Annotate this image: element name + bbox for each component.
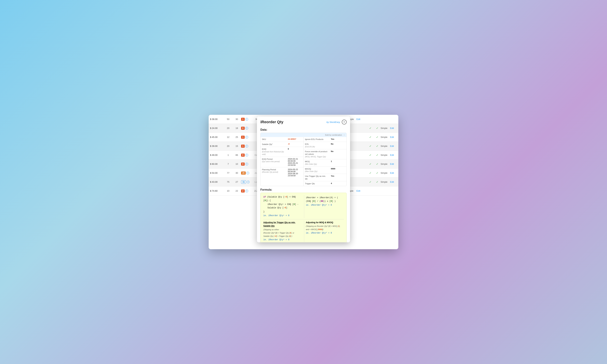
value-sku: 24-WB07 bbox=[286, 137, 304, 142]
formula-adjust-trigger: Adjusting for Trigger Qty as min. Salabl… bbox=[263, 221, 301, 242]
data-row-planning: Planning Period(iReorder Qty period) 202… bbox=[261, 167, 304, 178]
right-col: Ignore EOL Products Yes EOL(End-Of-Life)… bbox=[304, 137, 347, 186]
data-section-title: Data: bbox=[260, 128, 347, 131]
data-row-force: Force override of product-set values(MOQ… bbox=[304, 149, 347, 159]
label-ehq: EHQ(Estimate from Historical Qty sold) bbox=[261, 147, 286, 157]
value-eol: No bbox=[330, 142, 347, 149]
formula-section-title: Formula: bbox=[260, 188, 347, 191]
formula-adjust-moq: Adjusting for MOQ & MXOQ (Skipping as Re… bbox=[304, 221, 344, 242]
data-row-ehqperiod: EHQ Period(Qty sold in this period) 2024… bbox=[261, 157, 304, 167]
value-trigger: 4 bbox=[330, 181, 347, 186]
data-row-trigger: Trigger Qty 4 bbox=[304, 181, 347, 186]
data-row-ehq: EHQ(Estimate from Historical Qty sold) 0 bbox=[261, 147, 304, 157]
table-two-col: SKU 24-WB07 Salable Qty* -8 EHQ(Estimate… bbox=[261, 137, 346, 186]
data-table-header: Sold by combination × bbox=[261, 133, 346, 137]
header-text: Sold by combination bbox=[325, 134, 342, 136]
modal-title: iReorder Qty bbox=[260, 120, 283, 124]
formula-ie4: ie. iReorder Qty⁴ = 8 bbox=[306, 231, 344, 235]
label-salable: Salable Qty* bbox=[261, 142, 286, 147]
value-mxoq: 9999 bbox=[330, 167, 347, 174]
formula-right: iReorder = iReorder(8) + ( (EHQ [0] / (9… bbox=[304, 195, 344, 218]
data-row-moq: MOQ(Min Order Qty) 1 bbox=[304, 159, 347, 167]
data-row-eol: EOL(End-Of-Life) No bbox=[304, 142, 347, 149]
data-row-eol-ignore: Ignore EOL Products Yes bbox=[304, 137, 347, 142]
formula-body: iReorder Qty¹ = EHQ [0] - Salable Qty [−… bbox=[263, 203, 301, 210]
left-col: SKU 24-WB07 Salable Qty* -8 EHQ(Estimate… bbox=[261, 137, 304, 186]
value-salable: -8 bbox=[286, 142, 304, 147]
label-moq: MOQ(Min Order Qty) bbox=[304, 159, 330, 167]
formula-left: if (Salable Qty [−8] < EHQ [0]) { iReord… bbox=[263, 195, 301, 218]
value-eol-ignore: Yes bbox=[330, 137, 347, 142]
formula-condition: if (Salable Qty [−8] < EHQ [0]) { bbox=[263, 195, 301, 202]
value-ehq: 0 bbox=[286, 147, 304, 157]
formula-ie2: ie. iReorder Qty² = 8 bbox=[306, 203, 344, 207]
formula-close: } bbox=[263, 210, 301, 214]
app-container: $ 38.00 50 30 1 i 30 i 20 i Crown Summit… bbox=[209, 115, 398, 249]
formula-middle: Adjusting for Trigger Qty as min. Salabl… bbox=[263, 221, 344, 242]
formula-trigger-label: Adjusting for Trigger Qty as min. Salabl… bbox=[263, 221, 301, 228]
label-ehqperiod: EHQ Period(Qty sold in this period) bbox=[261, 157, 286, 167]
data-row-sku: SKU 24-WB07 bbox=[261, 137, 304, 142]
formula-ie1: ie. iReorder Qty¹ = 8 bbox=[263, 214, 301, 217]
label-planning: Planning Period(iReorder Qty period) bbox=[261, 167, 286, 178]
data-table: Sold by combination × SKU 24-WB07 Sa bbox=[260, 133, 347, 186]
close-button[interactable]: × bbox=[342, 120, 347, 124]
value-moq: 1 bbox=[330, 159, 347, 167]
label-force: Force override of product-set values(MOQ… bbox=[304, 149, 330, 159]
label-eol: EOL(End-Of-Life) bbox=[304, 142, 330, 149]
label-mxoq: MXOQ(Max Order Qty) bbox=[304, 167, 330, 174]
formula-moq-skip: (Skipping as Reorder Qty³ [8] > MOQ [1],… bbox=[306, 225, 344, 231]
modal-overlay: iReorder Qty by StockEasy × Data: Sold b… bbox=[209, 115, 398, 249]
close-header-icon[interactable]: × bbox=[344, 134, 345, 136]
label-sku: SKU bbox=[261, 137, 286, 142]
ireorder-modal: iReorder Qty by StockEasy × Data: Sold b… bbox=[257, 117, 350, 242]
formula-ie3: ie. iReorder Qty³ = 8 bbox=[263, 238, 301, 241]
data-row-salable: Salable Qty* -8 bbox=[261, 142, 304, 147]
data-row-usetrigger: Use Trigger Qty as min. qty Yes bbox=[304, 174, 347, 181]
label-usetrigger: Use Trigger Qty as min. qty bbox=[304, 174, 330, 181]
value-planning: 2024-05-22 00:00:002024-08-20 23:59:59 bbox=[286, 167, 304, 178]
formula-two-col: if (Salable Qty [−8] < EHQ [0]) { iReord… bbox=[263, 195, 344, 218]
data-row-mxoq: MXOQ(Max Order Qty) 9999 bbox=[304, 167, 347, 174]
value-force: No bbox=[330, 149, 347, 159]
modal-body: Data: Sold by combination × SKU 24-WB07 bbox=[257, 128, 350, 242]
value-ehqperiod: 2024-02-21 00:00:002024-05-21 23:59:59 bbox=[286, 157, 304, 167]
modal-brand: by StockEasy bbox=[326, 121, 340, 123]
label-eol-ignore: Ignore EOL Products bbox=[304, 137, 330, 142]
modal-header: iReorder Qty by StockEasy × bbox=[257, 117, 350, 126]
formula-box: if (Salable Qty [−8] < EHQ [0]) { iReord… bbox=[260, 193, 347, 242]
formula-trigger-skip: (Skipping as either iReorder Qty² [8] > … bbox=[263, 228, 301, 238]
formula-right-eq: iReorder = iReorder(8) + ( (EHQ [0] / (9… bbox=[306, 196, 344, 203]
value-usetrigger: Yes bbox=[330, 174, 347, 181]
label-trigger: Trigger Qty bbox=[304, 181, 330, 186]
formula-moq-label: Adjusting for MOQ & MXOQ bbox=[306, 221, 344, 224]
